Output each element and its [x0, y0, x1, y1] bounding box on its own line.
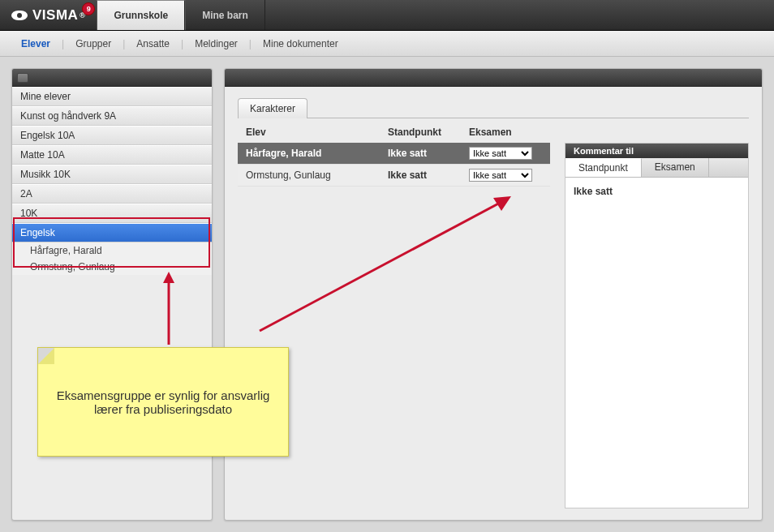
comment-tabs: Standpunkt Eksamen	[565, 158, 748, 178]
tab-grunnskole[interactable]: Grunnskole	[97, 0, 185, 30]
table-row[interactable]: Hårfagre, Harald Ikke satt Ikke satt	[238, 143, 550, 165]
main-panel: Karakterer Elev Standpunkt Eksamen Hårfa…	[224, 68, 763, 521]
sidebar-item-musikk10k[interactable]: Musikk 10K	[12, 165, 212, 184]
collapse-handle-icon[interactable]	[17, 73, 28, 83]
logo-text: VISMA	[32, 7, 78, 24]
sidebar-item-10k[interactable]: 10K	[12, 204, 212, 223]
sidebar-sub-ormstung[interactable]: Ormstung, Gunlaug	[12, 259, 212, 275]
note-text: Eksamensgruppe er synlig for ansvarlig l…	[53, 388, 273, 416]
eksamen-select[interactable]: Ikke satt	[469, 147, 532, 160]
main-tabrow: Karakterer	[238, 98, 749, 118]
tab-karakterer[interactable]: Karakterer	[238, 98, 307, 118]
column-headers: Elev Standpunkt Eksamen	[238, 118, 749, 143]
subnav-elever[interactable]: Elever	[16, 38, 55, 49]
sidebar-item-engelsk10a[interactable]: Engelsk 10A	[12, 126, 212, 145]
subnav: Elever | Grupper | Ansatte | Meldinger |…	[0, 31, 774, 57]
table-row[interactable]: Ormstung, Gunlaug Ikke satt Ikke satt	[238, 165, 550, 187]
sidebar-item-engelsk[interactable]: Engelsk	[12, 223, 212, 242]
logo[interactable]: VISMA ® 9	[0, 0, 97, 30]
topbar: VISMA ® 9 Grunnskole Mine barn	[0, 0, 774, 31]
subnav-ansatte[interactable]: Ansatte	[131, 38, 174, 49]
comment-body: Ikke satt	[565, 178, 748, 205]
sidebar-sub-harfagre[interactable]: Hårfagre, Harald	[12, 242, 212, 259]
eksamen-select[interactable]: Ikke satt	[469, 169, 532, 182]
note-fold-icon	[38, 348, 54, 364]
tab-mine-barn[interactable]: Mine barn	[185, 0, 265, 30]
annotation-note: Eksamensgruppe er synlig for ansvarlig l…	[37, 347, 289, 457]
main-header	[225, 69, 762, 87]
sidebar-item-kunst[interactable]: Kunst og håndverk 9A	[12, 106, 212, 126]
comment-panel: Kommentar til Standpunkt Eksamen Ikke sa…	[565, 143, 749, 508]
eye-icon	[11, 11, 28, 20]
subnav-meldinger[interactable]: Meldinger	[190, 38, 243, 49]
subnav-grupper[interactable]: Grupper	[71, 38, 116, 49]
comment-title: Kommentar til	[565, 144, 748, 158]
sidebar-item-2a[interactable]: 2A	[12, 184, 212, 204]
top-tabs: Grunnskole Mine barn	[97, 0, 264, 30]
col-header-eksamen: Eksamen	[469, 127, 542, 138]
comment-tab-standpunkt[interactable]: Standpunkt	[565, 158, 642, 177]
col-header-elev: Elev	[246, 127, 388, 138]
subnav-minedokumenter[interactable]: Mine dokumenter	[258, 38, 343, 49]
cell-name: Hårfagre, Harald	[246, 148, 388, 159]
sidebar-item-matte10a[interactable]: Matte 10A	[12, 145, 212, 165]
sidebar-item-mine-elever[interactable]: Mine elever	[12, 87, 212, 106]
cell-standpunkt: Ikke satt	[388, 148, 469, 159]
cell-standpunkt: Ikke satt	[388, 169, 469, 181]
col-header-standpunkt: Standpunkt	[388, 127, 469, 138]
notification-badge[interactable]: 9	[82, 2, 95, 15]
cell-name: Ormstung, Gunlaug	[246, 169, 388, 181]
sidebar-list: Mine elever Kunst og håndverk 9A Engelsk…	[12, 87, 212, 275]
sidebar-header	[12, 69, 212, 87]
comment-tab-eksamen[interactable]: Eksamen	[642, 158, 709, 177]
